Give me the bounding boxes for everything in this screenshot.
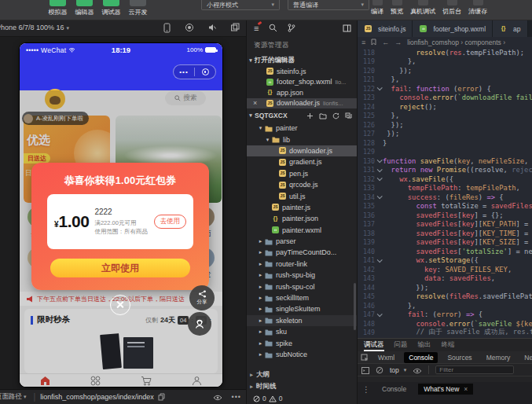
page-path-selector[interactable]: 页面路径	[0, 392, 22, 402]
kebab-menu-icon[interactable]: ⋮	[362, 385, 370, 394]
tree-item-qrcodejs[interactable]: JSqrcode.js	[247, 179, 358, 190]
tree-item-rushspucol[interactable]: ▸rush-spu-col	[247, 281, 358, 292]
timeline-section[interactable]: ▸ 时间线	[247, 381, 358, 392]
tree-item-rushspubig[interactable]: ▸rush-spu-big	[247, 270, 358, 281]
more-menu-button[interactable]: •••	[174, 68, 194, 75]
rotate-icon[interactable]	[230, 23, 240, 33]
compile-dropdown[interactable]: 普通编译 ▾	[288, 0, 369, 10]
outline-icon[interactable]: ≡	[361, 39, 365, 46]
close-minimize-button[interactable]	[195, 68, 215, 75]
back-icon[interactable]: ←	[382, 39, 389, 46]
go-use-button[interactable]: 去使用	[154, 215, 187, 229]
nav-button-debugger-icon[interactable]: 调试器	[101, 0, 122, 17]
toolbar-action[interactable]: 预览	[391, 0, 403, 16]
editor-tab[interactable]: JSsiteinfo.js	[358, 20, 413, 37]
mute-icon[interactable]	[207, 23, 217, 33]
tree-item-payTimeCountDo[interactable]: ▸payTimeCountDo...	[247, 247, 358, 258]
devtools-tab-Wxml[interactable]: Wxml	[373, 352, 399, 363]
nav-button-simulator-icon[interactable]: 模拟器	[47, 0, 68, 17]
toolbar-action[interactable]: 清缓存	[468, 0, 487, 16]
drawer-tab[interactable]: Console	[376, 384, 412, 395]
split-editor-icon[interactable]	[343, 21, 358, 35]
toolbar-action[interactable]: 切后台	[442, 0, 461, 16]
panel-tab-终端[interactable]: 终端	[442, 339, 455, 351]
editor-tab[interactable]: {}ap	[493, 20, 527, 37]
menu-icon[interactable]: ≡	[254, 24, 259, 33]
customer-service-button[interactable]	[188, 312, 211, 336]
bookmark-icon[interactable]	[371, 39, 376, 47]
collapse-all-icon[interactable]	[345, 112, 352, 119]
outline-section[interactable]: ▸ 大纲	[247, 369, 358, 380]
open-editor-item[interactable]: JSsiteinfo.js	[247, 66, 358, 77]
project-section[interactable]: ▾ SQTGXCX	[247, 110, 358, 121]
toolbar-action[interactable]: 编译	[371, 0, 383, 16]
nav-button-cloud-dev-icon[interactable]: 云开发	[127, 0, 149, 17]
share-button[interactable]: 分享	[189, 285, 215, 310]
explorer-scrollbar[interactable]	[354, 283, 356, 330]
tree-item-utiljs[interactable]: JSutil.js	[247, 190, 358, 201]
fold-chevron-icon[interactable]	[375, 259, 383, 263]
tree-item-singleSkuItem[interactable]: ▸singleSkuItem	[247, 303, 358, 314]
device-selector[interactable]: iPhone 6/7/8 100% 16▾	[0, 24, 69, 31]
breadcrumb-path[interactable]: lionfish_comshop › components ›	[407, 39, 505, 46]
toolbar-action[interactable]: 真机调试	[410, 0, 435, 16]
close-icon[interactable]: ×	[464, 385, 468, 393]
open-editor-item[interactable]: {}app.json	[247, 87, 358, 98]
eye-icon[interactable]	[413, 363, 422, 377]
copy-icon[interactable]	[158, 390, 165, 404]
tree-item-penjs[interactable]: JSpen.js	[247, 168, 358, 179]
code-area[interactable]: 118 resolve(res.tempFilePath);119 },120 …	[358, 48, 532, 338]
new-folder-icon[interactable]	[319, 112, 327, 119]
tree-item-painterjs[interactable]: JSpainter.js	[247, 202, 358, 213]
devtools-tab-Sources[interactable]: Sources	[442, 352, 476, 363]
filter-input[interactable]	[435, 365, 514, 374]
fold-chevron-icon[interactable]	[375, 195, 383, 199]
open-editors-section[interactable]: ▾ 打开的编辑器	[247, 55, 358, 66]
more-options-icon[interactable]: •••	[232, 393, 241, 401]
tree-item-painterwxml[interactable]: ‹›painter.wxml	[247, 225, 358, 236]
context-selector[interactable]: top ▾	[390, 366, 406, 374]
close-icon[interactable]: ×	[253, 99, 257, 107]
tree-item-gradientjs[interactable]: JSgradient.js	[247, 156, 358, 167]
popup-close-icon[interactable]	[110, 295, 130, 315]
panel-tab-问题[interactable]: 问题	[394, 339, 408, 351]
tree-item-spike[interactable]: ▸spike	[247, 337, 358, 348]
fold-chevron-icon[interactable]	[375, 159, 383, 163]
fold-chevron-icon[interactable]	[375, 168, 383, 172]
refresh-icon[interactable]	[332, 112, 339, 119]
devtools-tab-Netwo[interactable]: Netwo	[519, 352, 532, 363]
search-icon[interactable]	[269, 21, 277, 35]
tree-item-sku[interactable]: ▸sku	[247, 326, 358, 337]
devtools-tab-Memory[interactable]: Memory	[482, 352, 515, 363]
tree-item-seckillItem[interactable]: ▸seckillItem	[247, 292, 358, 303]
tree-item-parser[interactable]: ▸parser	[247, 236, 358, 247]
panel-tab-输出[interactable]: 输出	[418, 339, 431, 351]
open-editor-item[interactable]: ‹›footer_shop.wxmllio...	[247, 77, 358, 88]
tree-item-lib[interactable]: ▾lib	[247, 134, 358, 145]
tree-item-skeleton[interactable]: ▸skeleton	[247, 315, 358, 326]
eye-icon[interactable]	[213, 390, 222, 404]
fold-chevron-icon[interactable]	[375, 313, 383, 317]
devtools-tab-Console[interactable]: Console	[404, 352, 438, 363]
tree-item-subNotice[interactable]: ▸subNotice	[247, 349, 358, 360]
tree-item-painterjson[interactable]: {}painter.json	[247, 213, 358, 224]
new-file-icon[interactable]	[306, 112, 314, 119]
fold-chevron-icon[interactable]	[375, 86, 383, 90]
mode-dropdown[interactable]: 小程序模式 ▾	[201, 0, 280, 10]
tree-item-routerlink[interactable]: ▸router-link	[247, 259, 358, 270]
editor-tab[interactable]: ‹›footer_shop.wxml	[413, 20, 493, 37]
forward-icon[interactable]: →	[394, 39, 402, 46]
drawer-tab[interactable]: What's New×	[418, 384, 473, 395]
clear-console-icon[interactable]	[376, 363, 383, 377]
nav-button-editor-icon[interactable]: 编辑器	[74, 0, 95, 17]
record-icon[interactable]	[185, 23, 194, 33]
phone-icon[interactable]	[163, 23, 171, 33]
fold-chevron-icon[interactable]	[375, 177, 383, 181]
console-sidebar-icon[interactable]	[361, 363, 369, 377]
tree-item-painter[interactable]: ▾painter	[247, 123, 358, 134]
use-now-button[interactable]: 立即使用	[50, 259, 190, 277]
open-editor-item[interactable]: ×JSdownloader.jslionfis...	[247, 98, 358, 109]
git-branch-icon[interactable]	[288, 21, 295, 35]
problems-indicator[interactable]: 0 0	[253, 395, 282, 402]
tree-item-downloaderjs[interactable]: JSdownloader.js	[247, 145, 358, 156]
